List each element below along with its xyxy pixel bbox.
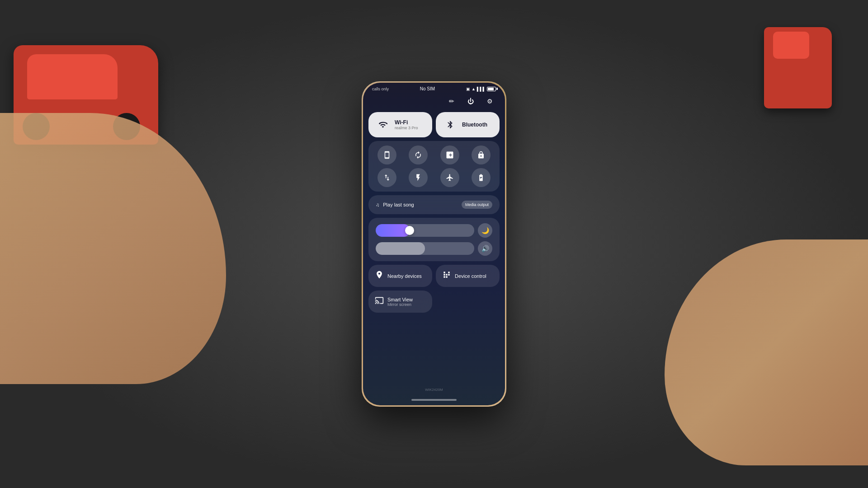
nfc-btn[interactable] <box>440 145 459 164</box>
status-calls-only: calls only <box>372 87 389 91</box>
status-icons: ▣ ▲ ▌▌▌ <box>466 87 496 91</box>
volume-fill <box>376 242 425 255</box>
play-last-song-label: Play last song <box>383 202 414 207</box>
wifi-tile[interactable]: Wi-Fi realme 3 Pro <box>368 112 432 137</box>
home-indicator[interactable] <box>411 399 457 401</box>
smart-view-tile[interactable]: Smart View Mirror screen <box>368 291 432 313</box>
main-tiles-row: Wi-Fi realme 3 Pro Bluetooth <box>368 112 500 137</box>
quick-settings-panel: ✏ ⏻ ⚙ Wi-Fi realme 3 Pro <box>363 93 505 313</box>
data-transfer-btn[interactable] <box>377 168 396 187</box>
bluetooth-text-block: Bluetooth <box>462 122 487 128</box>
smart-view-text: Smart View Mirror screen <box>387 297 413 307</box>
screenshot-status-icon: ▣ <box>466 87 470 91</box>
red-scooter-decoration <box>764 27 832 108</box>
volume-slider-row: 🔊 <box>376 241 492 256</box>
phone-screen: calls only No SIM ▣ ▲ ▌▌▌ ✏ ⏻ ⚙ <box>363 83 505 405</box>
battery-fill <box>488 88 494 90</box>
rotate-btn[interactable] <box>409 145 428 164</box>
bluetooth-title: Bluetooth <box>462 122 487 128</box>
device-control-icon <box>442 270 451 282</box>
bluetooth-icon <box>443 117 458 132</box>
airplane-btn[interactable] <box>440 168 459 187</box>
power-icon[interactable]: ⏻ <box>464 95 477 108</box>
signal-status-icon: ▌▌▌ <box>477 87 486 91</box>
wifi-status-icon: ▲ <box>472 87 476 91</box>
screenshot-btn[interactable] <box>377 145 396 164</box>
device-control-tile[interactable]: Device control <box>436 265 500 287</box>
status-no-sim: No SIM <box>420 86 435 91</box>
wifi-text-block: Wi-Fi realme 3 Pro <box>395 119 418 130</box>
brightness-slider-track[interactable] <box>376 224 474 237</box>
wifi-icon <box>376 117 390 132</box>
pencil-icon[interactable]: ✏ <box>445 95 458 108</box>
smart-view-subtitle: Mirror screen <box>387 302 413 307</box>
phone-body: calls only No SIM ▣ ▲ ▌▌▌ ✏ ⏻ ⚙ <box>362 81 506 407</box>
nearby-devices-tile[interactable]: Nearby devices <box>368 265 432 287</box>
do-not-disturb-btn[interactable]: 🌙 <box>478 223 492 238</box>
brightness-thumb[interactable] <box>405 226 414 235</box>
wifi-subtitle: realme 3 Pro <box>395 126 418 130</box>
lock-btn[interactable] <box>472 145 491 164</box>
sliders-panel: 🌙 🔊 <box>368 218 500 261</box>
nearby-devices-label: Nearby devices <box>387 273 422 279</box>
model-number: WIK2420M <box>425 388 443 392</box>
device-control-label: Device control <box>455 273 486 279</box>
media-player-panel[interactable]: ♫ Play last song Media output <box>368 195 500 214</box>
media-output-button[interactable]: Media output <box>462 201 492 209</box>
top-icons-row: ✏ ⏻ ⚙ <box>368 93 500 112</box>
brightness-slider-row: 🌙 <box>376 223 492 238</box>
volume-btn[interactable]: 🔊 <box>478 241 492 256</box>
music-icon: ♫ <box>376 202 379 207</box>
smart-view-icon <box>375 296 384 307</box>
battery-saver-btn[interactable] <box>472 168 491 187</box>
bluetooth-tile[interactable]: Bluetooth <box>436 112 500 137</box>
media-left: ♫ Play last song <box>376 202 414 207</box>
nearby-devices-icon <box>375 270 384 282</box>
phone-container: calls only No SIM ▣ ▲ ▌▌▌ ✏ ⏻ ⚙ <box>362 81 506 407</box>
flashlight-btn[interactable] <box>409 168 428 187</box>
volume-slider-track[interactable] <box>376 242 474 255</box>
status-bar: calls only No SIM ▣ ▲ ▌▌▌ <box>363 83 505 93</box>
small-icons-panel <box>368 141 500 192</box>
settings-icon[interactable]: ⚙ <box>483 95 496 108</box>
battery-status-icon <box>487 87 496 91</box>
bottom-tiles-row: Nearby devices Device control <box>368 265 500 287</box>
wifi-title: Wi-Fi <box>395 119 418 126</box>
smart-view-title: Smart View <box>387 297 413 302</box>
